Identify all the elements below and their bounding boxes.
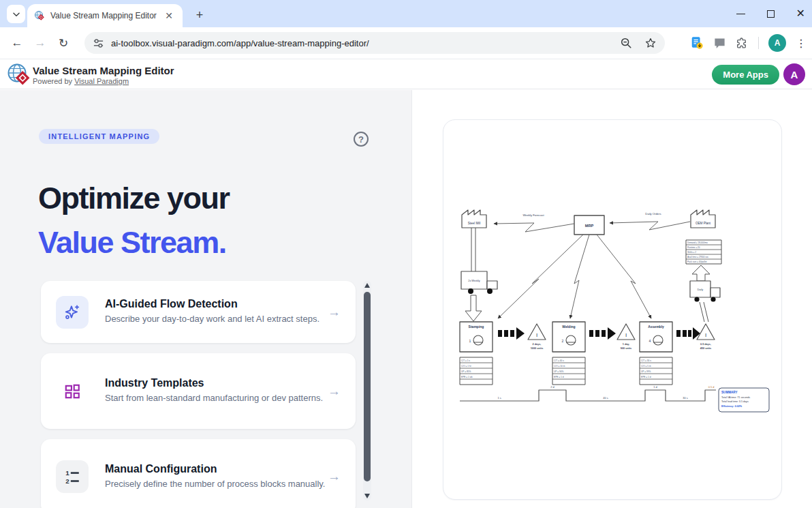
process-row: C/O = 10 m bbox=[554, 365, 565, 368]
timeline-label: 2 d bbox=[550, 385, 554, 389]
app-user-avatar[interactable]: A bbox=[783, 63, 805, 85]
inventory-label: 1000 units bbox=[531, 347, 544, 350]
push-arrow bbox=[589, 327, 616, 340]
summary-va: Total VA time: 71 seconds bbox=[721, 396, 750, 399]
oem-plant-label: OEM Plant bbox=[696, 222, 711, 225]
window-minimize-button[interactable] bbox=[736, 14, 745, 14]
main-content: INTELLIGENT MAPPING ? Optimize your Valu… bbox=[0, 90, 812, 508]
arrow-right-icon: → bbox=[328, 469, 341, 484]
process-row: UP = 99% bbox=[641, 370, 651, 373]
inventory-label: 2 days, bbox=[533, 343, 542, 346]
tab-search-button[interactable] bbox=[7, 5, 25, 23]
truck-right: Daily bbox=[690, 265, 720, 302]
back-icon[interactable]: ← bbox=[5, 36, 29, 50]
toolbar-extensions-area: A ⋮ bbox=[690, 27, 807, 59]
inventory-label: 0.5 days, bbox=[700, 343, 711, 346]
more-apps-button[interactable]: More Apps bbox=[712, 65, 779, 85]
card-ai-guided-flow-detection[interactable]: AI-Guided Flow Detection Describe your d… bbox=[41, 281, 356, 343]
inventory-label: 900 units bbox=[621, 347, 631, 350]
powered-by-prefix: Powered by bbox=[33, 77, 72, 85]
page-title-line1: Optimize your bbox=[38, 176, 230, 220]
window-maximize-button[interactable] bbox=[767, 10, 775, 18]
truck-left-label: 2x Weekly bbox=[468, 280, 480, 282]
timeline-label: 0.5 d bbox=[708, 385, 715, 389]
inventory-triangle: I 2 days, 1000 units bbox=[528, 324, 546, 350]
browser-toolbar: ← → ↻ ai-toolbox.visual-paradigm.com/app… bbox=[0, 27, 812, 59]
process-row: EPE = 1 d bbox=[554, 376, 564, 378]
truck-right-label: Daily bbox=[698, 288, 704, 291]
window-close-button[interactable]: ✕ bbox=[796, 8, 805, 19]
intelligent-mapping-badge: INTELLIGENT MAPPING bbox=[39, 129, 159, 144]
reload-icon[interactable]: ↻ bbox=[52, 36, 75, 50]
summary-title: SUMMARY bbox=[721, 391, 738, 394]
weekly-forecast-label: Weekly Forecast bbox=[522, 213, 544, 217]
process-row: EPE = 1 wk bbox=[461, 376, 473, 378]
process-row: C/T = 40 s bbox=[554, 359, 564, 362]
page-title: Optimize your Value Stream. bbox=[38, 176, 230, 265]
summary-box: SUMMARY Total VA time: 71 seconds Total … bbox=[719, 388, 769, 412]
process-name: Welding bbox=[562, 325, 575, 329]
inventory-glyph: I bbox=[705, 332, 706, 338]
svg-text:2: 2 bbox=[65, 477, 69, 485]
scroll-down-icon[interactable] bbox=[364, 494, 370, 498]
svg-text:1: 1 bbox=[65, 469, 69, 477]
powered-by: Powered by Visual Paradigm bbox=[33, 77, 129, 85]
url-text[interactable]: ai-toolbox.visual-paradigm.com/app/value… bbox=[111, 38, 620, 48]
scroll-up-icon[interactable] bbox=[364, 283, 370, 288]
zoom-out-icon[interactable] bbox=[620, 37, 632, 49]
numbered-list-icon: 1 2 bbox=[56, 460, 89, 493]
extensions-puzzle-icon[interactable] bbox=[736, 37, 749, 50]
daily-orders-label: Daily Orders bbox=[645, 212, 661, 215]
help-icon[interactable]: ? bbox=[354, 132, 369, 147]
visual-paradigm-link[interactable]: Visual Paradigm bbox=[74, 77, 129, 85]
panel-scrollbar[interactable] bbox=[363, 281, 371, 500]
inventory-triangle: I 1 day, 900 units bbox=[617, 324, 635, 350]
browser-profile-avatar[interactable]: A bbox=[768, 34, 786, 52]
tab-close-icon[interactable]: ✕ bbox=[162, 10, 176, 21]
site-settings-icon[interactable] bbox=[93, 38, 104, 49]
tab-title: Value Stream Mapping Editor bbox=[50, 11, 162, 20]
card-industry-templates[interactable]: Industry Templates Start from lean-stand… bbox=[41, 353, 356, 429]
scrollbar-thumb[interactable] bbox=[364, 292, 371, 481]
oem-row: Runtime = 20 bbox=[687, 246, 700, 249]
oem-row: Shifts = 2 bbox=[687, 251, 696, 254]
inventory-glyph: I bbox=[536, 332, 537, 338]
inventory-label: 1 day, bbox=[623, 343, 630, 346]
card-description: Describe your day-to-day work and let AI… bbox=[105, 313, 328, 326]
vsm-preview-card: Steel Mill OEM Plant MRP Weekly Forecast… bbox=[443, 119, 782, 500]
bookmark-star-icon[interactable] bbox=[644, 37, 657, 49]
browser-menu-icon[interactable]: ⋮ bbox=[796, 37, 807, 50]
process-name: Assembly bbox=[648, 325, 664, 329]
card-title: AI-Guided Flow Detection bbox=[105, 298, 328, 310]
address-bar[interactable]: ai-toolbox.visual-paradigm.com/app/value… bbox=[84, 32, 665, 54]
window-controls: ✕ bbox=[736, 0, 805, 27]
browser-titlebar: Value Stream Mapping Editor ✕ + ✕ bbox=[0, 0, 812, 27]
toolbar-separator bbox=[758, 37, 759, 49]
push-arrow bbox=[498, 327, 525, 340]
left-panel: INTELLIGENT MAPPING ? Optimize your Valu… bbox=[0, 90, 412, 508]
operator-count: 2 bbox=[562, 339, 564, 343]
chevron-down-icon bbox=[12, 10, 21, 19]
docs-offline-icon[interactable] bbox=[690, 36, 704, 50]
browser-tab[interactable]: Value Stream Mapping Editor ✕ bbox=[27, 4, 183, 27]
process-row: EPE = 1 d bbox=[641, 376, 651, 378]
card-description: Start from lean-standard manufacturing o… bbox=[105, 392, 328, 405]
oem-row: Pack size = 40/pallet bbox=[687, 260, 707, 263]
comment-icon[interactable] bbox=[713, 37, 726, 50]
timeline-label: 1 d bbox=[653, 385, 657, 389]
process-row: UP = 90% bbox=[554, 370, 564, 373]
inventory-triangle: I 0.5 days, 450 units bbox=[697, 324, 715, 350]
summary-lead: Total lead time: 3.5 days bbox=[721, 400, 749, 403]
process-row: UP = 85% bbox=[461, 370, 471, 373]
oem-row: Avail time = 27600 sec bbox=[687, 256, 709, 258]
inventory-glyph: I bbox=[625, 332, 627, 338]
truck-left: 2x Weekly bbox=[461, 271, 497, 294]
app-title: Value Stream Mapping Editor bbox=[33, 65, 174, 76]
new-tab-button[interactable]: + bbox=[191, 6, 208, 24]
forward-icon[interactable]: → bbox=[29, 36, 52, 50]
steel-mill-label: Steel Mill bbox=[468, 222, 481, 225]
oem-data-table: Demand = 18,000/mo Runtime = 20 Shifts =… bbox=[686, 240, 721, 264]
card-manual-configuration[interactable]: 1 2 Manual Configuration Precisely defin… bbox=[41, 439, 356, 508]
timeline-label: 40 s bbox=[603, 396, 608, 400]
process-row: C/T = 30 s bbox=[641, 359, 651, 362]
